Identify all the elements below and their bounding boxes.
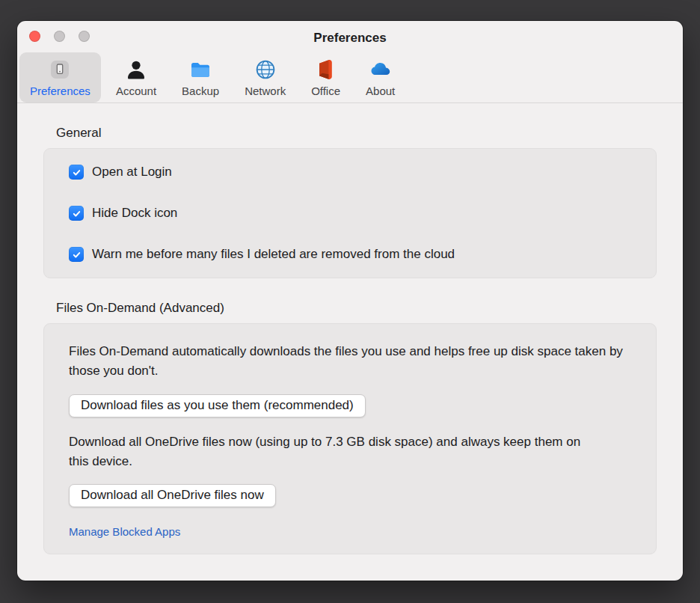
checkbox-checked-icon[interactable]	[69, 206, 84, 221]
checkbox-checked-icon[interactable]	[69, 165, 84, 180]
tab-label: Backup	[182, 85, 219, 97]
content-area: General Open at Login Hide Dock icon War…	[17, 126, 683, 554]
tab-account[interactable]: Account	[105, 52, 167, 102]
office-logo-icon	[315, 58, 337, 81]
files-on-demand-heading: Files On-Demand (Advanced)	[56, 301, 657, 316]
window-title: Preferences	[313, 26, 386, 46]
download-all-description: Download all OneDrive files now (using u…	[69, 432, 592, 472]
titlebar[interactable]: Preferences	[17, 21, 683, 51]
zoom-button[interactable]	[79, 31, 90, 42]
checkbox-row-hide-dock-icon: Hide Dock icon	[69, 196, 631, 230]
general-heading: General	[56, 126, 657, 141]
manage-blocked-apps-link[interactable]: Manage Blocked Apps	[69, 525, 180, 538]
checkbox-label: Warn me before many files I deleted are …	[92, 247, 455, 262]
tab-label: Account	[116, 85, 156, 97]
tab-preferences[interactable]: Preferences	[19, 52, 101, 102]
checkbox-label: Hide Dock icon	[92, 206, 177, 221]
download-as-used-button[interactable]: Download files as you use them (recommen…	[69, 394, 366, 417]
minimize-button[interactable]	[54, 31, 65, 42]
tab-label: Office	[311, 85, 340, 97]
toolbar: Preferences Account Backup	[17, 51, 683, 103]
folder-icon	[189, 58, 212, 81]
person-icon	[125, 58, 147, 81]
close-button[interactable]	[29, 31, 40, 42]
tab-office[interactable]: Office	[301, 52, 351, 102]
onedrive-cloud-icon	[369, 58, 392, 81]
files-on-demand-description: Files On-Demand automatically downloads …	[69, 342, 626, 382]
checkbox-row-warn-before-delete: Warn me before many files I deleted are …	[69, 237, 631, 272]
preferences-window: Preferences Preferences Account	[17, 21, 683, 581]
globe-icon	[254, 58, 277, 81]
tab-about[interactable]: About	[355, 52, 405, 102]
preferences-pane-icon	[49, 58, 71, 81]
checkbox-label: Open at Login	[92, 165, 172, 180]
tab-label: About	[366, 85, 395, 97]
traffic-lights	[29, 21, 90, 51]
checkbox-checked-icon[interactable]	[69, 247, 84, 262]
tab-label: Preferences	[30, 85, 90, 97]
tab-label: Network	[245, 85, 286, 97]
files-on-demand-panel: Files On-Demand automatically downloads …	[43, 323, 657, 554]
tab-backup[interactable]: Backup	[171, 52, 230, 102]
download-all-button[interactable]: Download all OneDrive files now	[69, 484, 276, 507]
checkbox-row-open-at-login: Open at Login	[69, 155, 631, 189]
general-panel: Open at Login Hide Dock icon Warn me bef…	[43, 148, 657, 278]
tab-network[interactable]: Network	[234, 52, 296, 102]
